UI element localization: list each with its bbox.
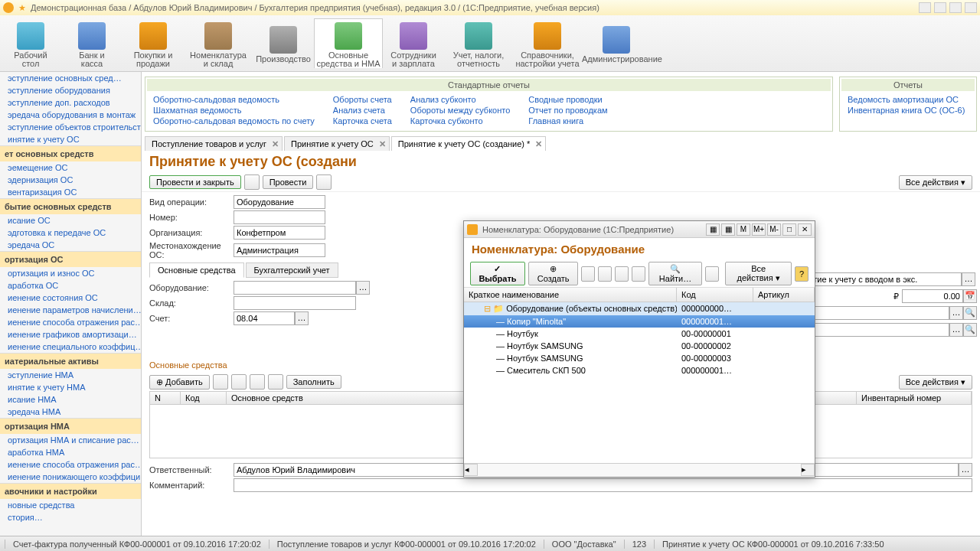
report-link[interactable]: Шахматная ведомость	[153, 105, 315, 116]
sidebar-item[interactable]: иенение параметров начислени…	[0, 304, 141, 316]
create-button[interactable]: ⊕ Создать	[528, 262, 578, 285]
sidebar-item[interactable]: эступление основных сред…	[0, 72, 141, 84]
edit-icon[interactable]	[615, 266, 629, 282]
list-item[interactable]: — Смеситель СКП 500000000001…	[464, 364, 815, 377]
sidebar-item[interactable]: эемещение ОС	[0, 161, 141, 174]
report-link[interactable]: Карточка счета	[333, 116, 392, 126]
grid-all-actions[interactable]: Все действия ▾	[899, 375, 972, 390]
equipment-input[interactable]	[234, 281, 356, 295]
search-icon[interactable]: 🔍	[963, 323, 977, 337]
org-input[interactable]	[234, 226, 325, 240]
maximize-button[interactable]	[949, 2, 962, 13]
close-button[interactable]	[965, 2, 977, 13]
close-icon[interactable]: ✕	[535, 139, 542, 149]
report-link[interactable]: Оборотно-сальдовая ведомость по счету	[153, 116, 315, 126]
subtab-accounting[interactable]: Бухгалтерский учет	[246, 262, 338, 278]
sidebar-item[interactable]: новные средства	[0, 499, 141, 511]
sidebar-item[interactable]: инятие к учету ОС	[0, 133, 141, 145]
status-item[interactable]: ООО "Доставка"	[544, 540, 624, 549]
sidebar-item[interactable]: эдернизация ОС	[0, 174, 141, 186]
document-tab[interactable]: Принятие к учету ОС✕	[284, 136, 390, 151]
select-button[interactable]: ✓ Выбрать	[470, 262, 525, 285]
popup-btn1[interactable]: ▦	[706, 223, 720, 236]
fill-button[interactable]: Заполнить	[286, 375, 341, 389]
equipment-select-button[interactable]: …	[356, 281, 370, 295]
document-tab[interactable]: Принятие к учету ОС (создание) *✕	[391, 136, 547, 151]
move-up-icon[interactable]	[250, 374, 265, 390]
sidebar-item[interactable]: иенение специального коэффиц…	[0, 341, 141, 353]
list-item[interactable]: ⊟ 📁 Оборудование (объекты основных средс…	[464, 302, 815, 315]
tool-stock[interactable]: Номенклатураи склад	[184, 19, 253, 68]
subtab-os[interactable]: Основные средства	[149, 262, 244, 278]
popup-mminus[interactable]: M-	[767, 223, 781, 236]
responsible-select-button[interactable]: …	[959, 463, 972, 477]
tool-staff[interactable]: Сотрудникии зарплата	[383, 19, 444, 68]
report-link[interactable]: Ведомость амортизации ОС	[848, 94, 965, 105]
status-item[interactable]: Счет-фактура полученный КФ00-000001 от 0…	[5, 540, 269, 549]
list-item[interactable]: — Ноутбук00-00000001	[464, 328, 815, 340]
save-icon[interactable]	[244, 174, 260, 190]
tool-bank[interactable]: Банк икасса	[61, 19, 122, 68]
sidebar-item[interactable]: эредача оборудования в монтаж	[0, 109, 141, 121]
tool-refs[interactable]: Справочники,настройки учета	[513, 19, 582, 68]
find-button[interactable]: 🔍 Найти…	[648, 262, 702, 285]
list-item[interactable]: — Копир "Minolta"000000001…	[464, 315, 815, 328]
comment-input[interactable]	[234, 478, 972, 492]
tool-tax[interactable]: Учет, налоги,отчетность	[444, 19, 513, 68]
tool-admin[interactable]: Администрирование	[582, 23, 651, 64]
sidebar-item[interactable]: исание НМА	[0, 393, 141, 406]
move-down-icon[interactable]	[268, 374, 283, 390]
add-row-button[interactable]: ⊕ Добавить	[149, 375, 210, 390]
sidebar-item[interactable]: иенение способа отражения рас…	[0, 316, 141, 328]
sidebar-item[interactable]: эредача НМА	[0, 406, 141, 418]
clear-find-icon[interactable]	[705, 266, 719, 282]
close-icon[interactable]: ✕	[272, 139, 279, 149]
report-link[interactable]: Оборотно-сальдовая ведомость	[153, 94, 315, 105]
mesto-input[interactable]	[234, 243, 325, 257]
post-button[interactable]: Провести	[263, 175, 314, 189]
all-actions-button[interactable]: Все действия ▾	[899, 175, 972, 190]
sidebar-item[interactable]: аработка ОС	[0, 279, 141, 292]
popup-maximize[interactable]: □	[782, 223, 796, 236]
popup-btn2[interactable]: ▦	[721, 223, 735, 236]
nomer-input[interactable]	[234, 210, 325, 224]
copy-icon[interactable]	[598, 266, 612, 282]
sidebar-item[interactable]: эдготовка к передаче ОС	[0, 227, 141, 239]
folder-icon[interactable]	[581, 266, 595, 282]
sidebar-item[interactable]: иенение понижающего коэффици…	[0, 471, 141, 483]
list-item[interactable]: — Ноутбук SAMSUNG00-00000002	[464, 340, 815, 352]
report-link[interactable]: Анализ счета	[333, 105, 392, 116]
sidebar-item[interactable]: вентаризация ОС	[0, 186, 141, 198]
scroll-left-icon[interactable]: ◂	[464, 464, 478, 476]
tool-assets[interactable]: Основныесредства и НМА	[314, 18, 383, 68]
popup-close[interactable]: ✕	[798, 223, 812, 236]
sidebar-item[interactable]: эступление доп. расходов	[0, 96, 141, 109]
popup-all-actions[interactable]: Все действия ▾	[725, 262, 792, 285]
list-item[interactable]: — Ноутбук SAMSUNG00-00000003	[464, 352, 815, 364]
print-icon[interactable]	[316, 174, 332, 190]
scrollbar[interactable]	[478, 464, 801, 477]
tool-sales[interactable]: Покупки ипродажи	[122, 19, 184, 68]
sidebar-item[interactable]: аработка НМА	[0, 446, 141, 458]
report-link[interactable]: Карточка субконто	[410, 116, 510, 126]
sidebar-item[interactable]: ортизация НМА и списание рас…	[0, 434, 141, 446]
report-link[interactable]: Отчет по проводкам	[528, 105, 607, 116]
report-link[interactable]: Инвентарная книга ОС (ОС-6)	[848, 105, 965, 116]
status-item[interactable]: 123	[624, 540, 654, 549]
event-select-button[interactable]: …	[962, 272, 975, 286]
save-close-button[interactable]: Провести и закрыть	[149, 175, 241, 189]
report-link[interactable]: Обороты счета	[333, 94, 392, 105]
document-tab[interactable]: Поступление товаров и услуг✕	[145, 136, 283, 151]
sidebar-item[interactable]: стория…	[0, 511, 141, 523]
delete-icon[interactable]	[632, 266, 645, 282]
help-icon[interactable]	[919, 2, 931, 13]
search-icon[interactable]: 🔍	[963, 306, 977, 320]
popup-mplus[interactable]: M+	[752, 223, 766, 236]
status-item[interactable]: Принятие к учету ОС КФ00-000001 от 09.10…	[654, 540, 892, 549]
tool-desktop[interactable]: Рабочийстол	[0, 19, 61, 68]
sidebar-item[interactable]: эредача ОС	[0, 239, 141, 251]
minimize-button[interactable]	[934, 2, 946, 13]
report-link[interactable]: Анализ субконто	[410, 94, 510, 105]
sidebar-item[interactable]: иенение состояния ОС	[0, 292, 141, 304]
sidebar-item[interactable]: ортизация и износ ОС	[0, 267, 141, 279]
